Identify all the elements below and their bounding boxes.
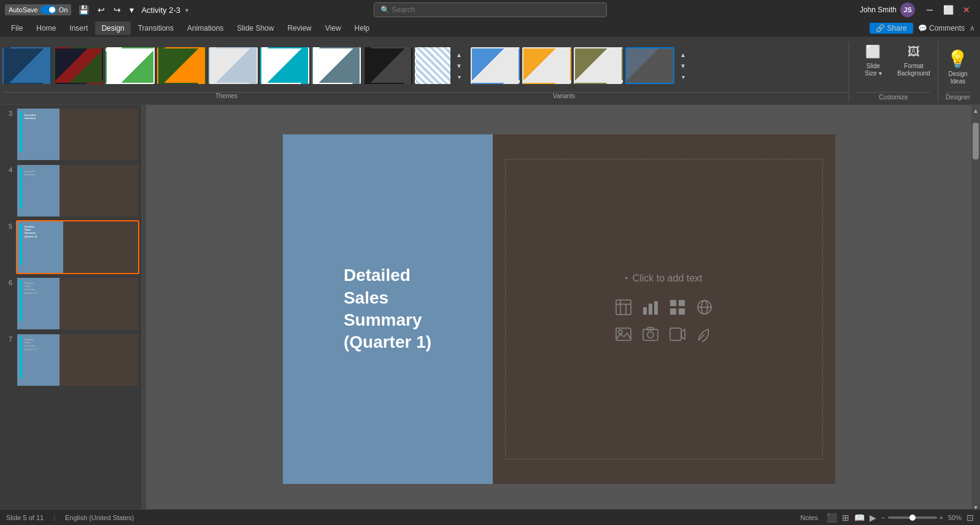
menu-file[interactable]: File bbox=[5, 21, 29, 35]
theme-green-orange[interactable] bbox=[157, 47, 206, 84]
theme-dark-multi[interactable] bbox=[54, 47, 103, 84]
chart-icon[interactable] bbox=[639, 296, 662, 318]
share-button[interactable]: 🔗 Share bbox=[870, 23, 912, 34]
search-input[interactable] bbox=[392, 6, 600, 14]
slide-preview-6[interactable]: DetailedSalesSummary(Quarter 2) bbox=[16, 277, 139, 331]
svg-rect-9 bbox=[670, 308, 676, 315]
theme-gray[interactable] bbox=[312, 47, 361, 84]
canvas-area: ▲ ▼ Frame DetailedSalesSummary(Quarter 1… bbox=[146, 105, 980, 513]
scroll-up-button[interactable]: ▲ bbox=[970, 105, 980, 117]
themes-expand[interactable]: ▾ bbox=[454, 72, 464, 82]
slide-thumb-7[interactable]: 7 DetailedSalesSummary(Quarter 3) bbox=[2, 333, 139, 387]
theme-dark-blue[interactable] bbox=[2, 47, 52, 84]
design-ideas-button[interactable]: 💡 DesignIdeas bbox=[947, 49, 968, 85]
minimize-button[interactable]: ─ bbox=[921, 1, 938, 18]
slide-size-button[interactable]: ⬜ Slide Size ▾ bbox=[857, 42, 890, 77]
theme-teal[interactable] bbox=[260, 47, 309, 84]
slide-thumb-6[interactable]: 6 DetailedSalesSummary(Quarter 2) bbox=[2, 277, 139, 331]
comments-button[interactable]: 💬 Comments bbox=[918, 24, 965, 33]
slide-canvas[interactable]: Frame DetailedSalesSummary(Quarter 1) • … bbox=[283, 134, 835, 484]
menu-view[interactable]: View bbox=[319, 21, 347, 35]
themes-scroll-down[interactable]: ▼ bbox=[454, 61, 464, 71]
close-button[interactable]: ✕ bbox=[958, 1, 975, 18]
slide-preview-7[interactable]: DetailedSalesSummary(Quarter 3) bbox=[16, 333, 139, 387]
slide-thumb-4[interactable]: 4 FinancialSummary bbox=[2, 164, 139, 218]
slider-thumb[interactable] bbox=[909, 515, 916, 521]
slide-thumb-3[interactable]: 3 ExecutiveSummary bbox=[2, 107, 139, 161]
slide-left-panel[interactable]: DetailedSalesSummary(Quarter 1) bbox=[283, 134, 493, 484]
variants-scroll-up[interactable]: ▲ bbox=[678, 50, 688, 59]
slide-preview-3[interactable]: ExecutiveSummary bbox=[16, 107, 139, 161]
svg-point-15 bbox=[619, 330, 622, 334]
autosave-label: AutoSave bbox=[9, 6, 38, 13]
zoom-in-button[interactable]: + bbox=[939, 514, 943, 521]
scroll-track[interactable] bbox=[971, 117, 980, 502]
notes-button[interactable]: Notes bbox=[797, 513, 822, 523]
variants-scroll-down[interactable]: ▼ bbox=[678, 61, 688, 71]
file-title-arrow[interactable]: ▾ bbox=[185, 7, 188, 13]
status-bar: Slide 5 of 11 | English (United States) … bbox=[0, 509, 980, 525]
save-icon[interactable]: 💾 bbox=[76, 4, 91, 16]
variant-1[interactable] bbox=[471, 47, 520, 84]
smartart-icon[interactable] bbox=[666, 296, 689, 318]
customize-label: Customize bbox=[857, 92, 930, 102]
theme-globe[interactable] bbox=[209, 47, 258, 84]
variant-4[interactable] bbox=[625, 47, 674, 84]
redo-icon[interactable]: ↪ bbox=[111, 4, 123, 16]
menu-transitions[interactable]: Transitions bbox=[132, 21, 180, 35]
autosave-badge[interactable]: AutoSave On bbox=[5, 4, 71, 15]
menu-animations[interactable]: Animations bbox=[181, 21, 230, 35]
variants-expand[interactable]: ▾ bbox=[678, 72, 688, 82]
online-icon[interactable] bbox=[693, 296, 716, 318]
themes-scroll-up[interactable]: ▲ bbox=[454, 50, 464, 59]
slide-thumb-5[interactable]: 5 DetailedSalesSummary(Quarter 1) bbox=[2, 220, 139, 274]
variant-3[interactable] bbox=[574, 47, 623, 84]
zoom-slider[interactable]: − + bbox=[881, 514, 943, 521]
slide-sorter-button[interactable]: ⊞ bbox=[842, 513, 849, 523]
format-background-button[interactable]: 🖼 Format Background bbox=[897, 42, 930, 77]
picture-icon[interactable] bbox=[612, 323, 635, 345]
menu-design[interactable]: Design bbox=[95, 21, 130, 35]
fit-page-button[interactable]: ⊡ bbox=[966, 513, 974, 523]
menu-help[interactable]: Help bbox=[349, 21, 376, 35]
themes-section: ▲ ▼ ▾ ▲ ▼ ▾ Themes bbox=[2, 39, 849, 104]
menu-slideshow[interactable]: Slide Show bbox=[231, 21, 280, 35]
ribbon-content: ▲ ▼ ▾ ▲ ▼ ▾ Themes bbox=[0, 37, 980, 104]
search-bar[interactable]: 🔍 bbox=[374, 2, 607, 17]
menu-review[interactable]: Review bbox=[281, 21, 317, 35]
collapse-ribbon-button[interactable]: ∧ bbox=[970, 24, 975, 33]
normal-view-button[interactable]: ⬛ bbox=[827, 513, 837, 523]
theme-dots[interactable] bbox=[415, 47, 450, 84]
quick-access-icon[interactable]: ▾ bbox=[127, 4, 136, 16]
svg-rect-0 bbox=[616, 300, 631, 315]
theme-white-green[interactable] bbox=[106, 47, 155, 84]
slider-track[interactable] bbox=[888, 516, 937, 519]
user-avatar: JS bbox=[900, 2, 915, 17]
zoom-out-button[interactable]: − bbox=[881, 514, 885, 521]
user-badge: John Smith JS bbox=[860, 2, 915, 17]
variant-2[interactable] bbox=[522, 47, 571, 84]
slide-number-3: 3 bbox=[2, 107, 12, 117]
undo-icon[interactable]: ↩ bbox=[95, 4, 107, 16]
photo-icon[interactable] bbox=[639, 323, 662, 345]
table-icon[interactable] bbox=[612, 296, 635, 318]
placeholder-text[interactable]: Click to add text bbox=[633, 273, 703, 284]
slideshow-button[interactable]: ▶ bbox=[870, 513, 876, 523]
slide-preview-4[interactable]: FinancialSummary bbox=[16, 164, 139, 218]
username: John Smith bbox=[860, 6, 897, 14]
vertical-scrollbar[interactable]: ▲ ▼ bbox=[971, 105, 980, 513]
slide-right-panel[interactable]: • Click to add text bbox=[493, 134, 835, 484]
menu-home[interactable]: Home bbox=[30, 21, 62, 35]
eco-icon[interactable] bbox=[693, 323, 716, 345]
variants-scroll-arrows: ▲ ▼ ▾ bbox=[677, 50, 689, 82]
content-placeholder[interactable]: • Click to add text bbox=[505, 159, 823, 459]
restore-button[interactable]: ⬜ bbox=[939, 1, 957, 18]
theme-dark[interactable] bbox=[363, 47, 412, 84]
reading-view-button[interactable]: 📖 bbox=[854, 513, 865, 523]
scroll-thumb[interactable] bbox=[973, 123, 979, 159]
autosave-toggle[interactable] bbox=[41, 6, 56, 14]
slide-preview-5[interactable]: DetailedSalesSummary(Quarter 1) bbox=[16, 220, 139, 274]
menu-insert[interactable]: Insert bbox=[63, 21, 94, 35]
slide-panel[interactable]: 3 ExecutiveSummary 4 FinancialSummary 5 bbox=[0, 105, 142, 513]
video-icon[interactable] bbox=[666, 323, 689, 345]
